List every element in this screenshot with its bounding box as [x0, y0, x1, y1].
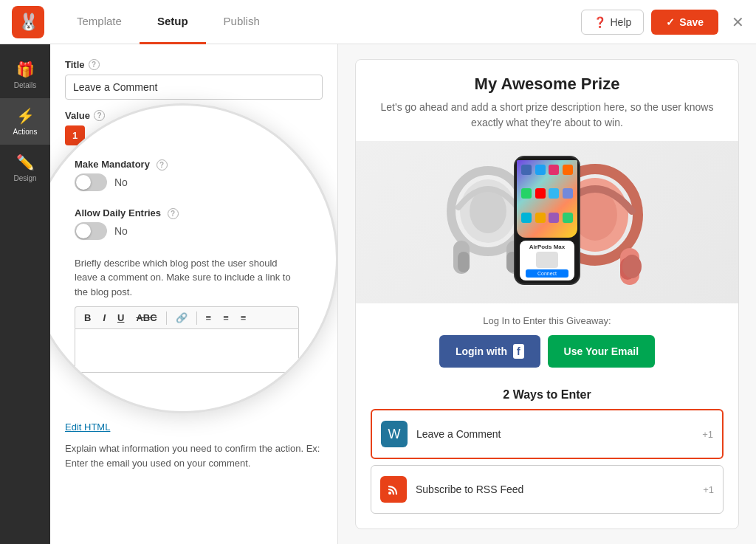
app-icon-8	[563, 188, 573, 199]
explain-text: Explain what information you need to con…	[65, 441, 323, 470]
mandatory-toggle-row: No	[75, 173, 299, 191]
app-icon-7	[549, 188, 559, 199]
app-icon-5	[521, 188, 532, 199]
tab-template[interactable]: Template	[59, 0, 140, 44]
login-buttons: Login with f Use Your Email	[371, 335, 724, 368]
phone-image: AirPods Max Connect	[514, 156, 580, 285]
sidebar-item-details[interactable]: 🎁 Details	[0, 52, 50, 98]
app-icon-6	[535, 188, 546, 199]
close-button[interactable]: ✕	[732, 13, 744, 31]
daily-help-icon[interactable]: ?	[168, 208, 179, 219]
airpods-thumb	[536, 252, 558, 268]
sidebar-item-design[interactable]: ✏️ Design	[0, 145, 50, 191]
phone-card: AirPods Max Connect	[520, 241, 574, 280]
sidebar: 🎁 Details ⚡ Actions ✏️ Design	[0, 44, 50, 544]
entry-rss[interactable]: Subscribe to RSS Feed +1	[371, 465, 724, 514]
design-icon: ✏️	[16, 154, 35, 171]
save-button[interactable]: ✓ Save	[651, 10, 718, 35]
underline-button[interactable]: U	[113, 310, 128, 326]
prize-section: My Awesome Prize Let's go ahead and add …	[356, 60, 738, 131]
link-button[interactable]: 🔗	[171, 310, 192, 326]
sidebar-item-actions[interactable]: ⚡ Actions	[0, 98, 50, 145]
allow-daily-label: Allow Daily Entries ?	[75, 207, 299, 219]
top-actions: ❓ Help ✓ Save ✕	[581, 10, 745, 35]
italic-button[interactable]: I	[98, 310, 110, 326]
app-icon-1	[521, 165, 532, 175]
top-tabs: Template Setup Publish	[59, 0, 278, 44]
app-icon-10	[535, 213, 546, 223]
toolbar-separator-1	[166, 311, 167, 325]
wordpress-icon: W	[381, 421, 408, 447]
svg-point-16	[388, 492, 391, 495]
preview-panel: My Awesome Prize Let's go ahead and add …	[338, 44, 756, 544]
tab-publish[interactable]: Publish	[206, 0, 278, 44]
settings-panel: Title ? Value ? 1 Make Mandatory ? No Al…	[50, 44, 338, 544]
daily-toggle[interactable]	[75, 222, 107, 240]
logo-icon: 🐰	[18, 13, 38, 32]
logo: 🐰	[12, 6, 44, 38]
entry-comment[interactable]: W Leave a Comment +1	[371, 409, 724, 459]
svg-rect-5	[458, 252, 470, 272]
login-section: Log In to Enter this Giveaway: Login wit…	[356, 303, 738, 379]
description-text: Briefly describe which blog post the use…	[75, 256, 299, 300]
mandatory-toggle[interactable]	[75, 173, 107, 191]
below-circle: Edit HTML Explain what information you n…	[65, 421, 323, 470]
help-icon: ❓	[594, 16, 606, 28]
toolbar-separator-2	[196, 311, 197, 325]
gift-icon: 🎁	[16, 61, 35, 78]
rss-icon	[380, 476, 407, 503]
help-button[interactable]: ❓ Help	[581, 10, 645, 35]
editor-toolbar: B I U ABC 🔗 ≡ ≡ ≡	[75, 306, 299, 328]
editor-area[interactable]	[75, 328, 299, 373]
actions-icon: ⚡	[16, 107, 35, 125]
app-icon-3	[549, 165, 559, 175]
prize-desc: Let's go ahead and add a short prize des…	[371, 100, 724, 131]
edit-html-link[interactable]: Edit HTML	[65, 421, 323, 433]
card-footer: Giveaway Rules & Terms | Not Using Raffl…	[356, 528, 738, 529]
make-mandatory-label: Make Mandatory ?	[75, 159, 299, 171]
ways-section: 2 Ways to Enter W Leave a Comment +1 S	[356, 379, 738, 528]
connect-btn: Connect	[526, 269, 568, 278]
strikethrough-button[interactable]: ABC	[131, 310, 161, 326]
mandatory-help-icon[interactable]: ?	[157, 159, 168, 171]
daily-toggle-row: No	[75, 222, 299, 240]
title-label: Title ?	[65, 59, 323, 70]
tab-setup[interactable]: Setup	[140, 0, 206, 44]
prize-title: My Awesome Prize	[371, 75, 724, 94]
align-left-button[interactable]: ≡	[202, 310, 216, 326]
title-input[interactable]	[65, 75, 323, 100]
align-right-button[interactable]: ≡	[236, 310, 251, 326]
app-icon-12	[563, 213, 573, 223]
login-label: Log In to Enter this Giveaway:	[371, 315, 724, 326]
app-icon-2	[535, 165, 546, 175]
value-help-icon[interactable]: ?	[94, 110, 105, 121]
giveaway-card: My Awesome Prize Let's go ahead and add …	[355, 59, 739, 529]
prize-image: AirPods Max Connect	[356, 141, 738, 303]
login-email-button[interactable]: Use Your Email	[548, 335, 655, 368]
top-bar: 🐰 Template Setup Publish ❓ Help ✓ Save ✕	[0, 0, 756, 44]
main-area: 🎁 Details ⚡ Actions ✏️ Design Title ? Va…	[0, 44, 756, 544]
app-icon-4	[563, 165, 573, 175]
settings-circle-overlay: Make Mandatory ? No Allow Daily Entries …	[50, 103, 338, 413]
phone-screen	[517, 160, 577, 238]
app-icon-9	[521, 213, 532, 223]
login-facebook-button[interactable]: Login with f	[439, 335, 540, 368]
rss-svg	[387, 483, 400, 496]
ways-title: 2 Ways to Enter	[371, 388, 724, 402]
svg-point-15	[622, 255, 642, 278]
title-help-icon[interactable]: ?	[89, 59, 100, 70]
airpods-label: AirPods Max	[526, 244, 568, 250]
align-center-button[interactable]: ≡	[219, 310, 233, 326]
checkmark-icon: ✓	[666, 16, 675, 28]
bold-button[interactable]: B	[80, 310, 95, 326]
facebook-icon: f	[513, 344, 524, 359]
app-icon-11	[549, 213, 559, 223]
